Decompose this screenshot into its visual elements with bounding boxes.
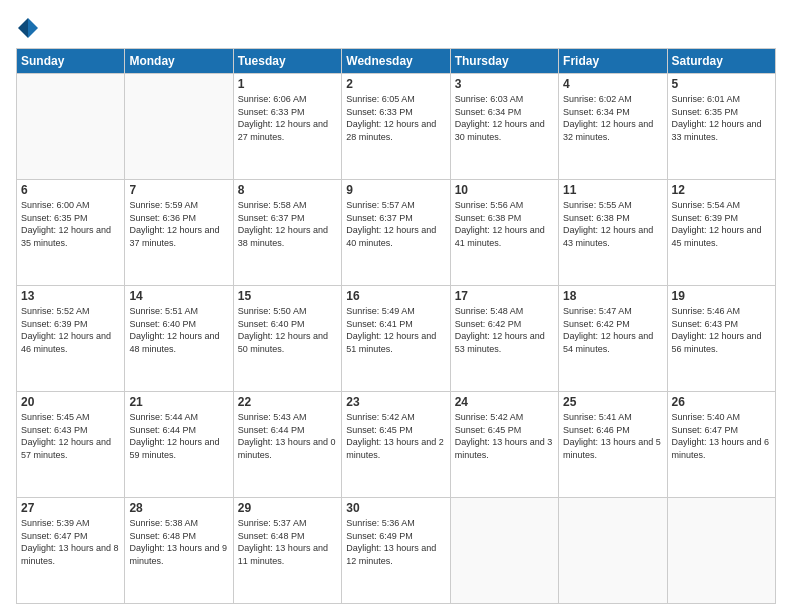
day-number: 25 bbox=[563, 395, 662, 409]
day-number: 16 bbox=[346, 289, 445, 303]
calendar-cell: 30Sunrise: 5:36 AMSunset: 6:49 PMDayligh… bbox=[342, 498, 450, 604]
day-number: 22 bbox=[238, 395, 337, 409]
day-info: Sunrise: 6:00 AMSunset: 6:35 PMDaylight:… bbox=[21, 199, 120, 249]
calendar-cell: 23Sunrise: 5:42 AMSunset: 6:45 PMDayligh… bbox=[342, 392, 450, 498]
weekday-header-saturday: Saturday bbox=[667, 49, 775, 74]
calendar-page: SundayMondayTuesdayWednesdayThursdayFrid… bbox=[0, 0, 792, 612]
day-info: Sunrise: 6:01 AMSunset: 6:35 PMDaylight:… bbox=[672, 93, 771, 143]
day-number: 10 bbox=[455, 183, 554, 197]
day-info: Sunrise: 5:48 AMSunset: 6:42 PMDaylight:… bbox=[455, 305, 554, 355]
calendar-cell: 19Sunrise: 5:46 AMSunset: 6:43 PMDayligh… bbox=[667, 286, 775, 392]
day-info: Sunrise: 5:50 AMSunset: 6:40 PMDaylight:… bbox=[238, 305, 337, 355]
day-number: 6 bbox=[21, 183, 120, 197]
calendar-cell: 18Sunrise: 5:47 AMSunset: 6:42 PMDayligh… bbox=[559, 286, 667, 392]
calendar-cell: 8Sunrise: 5:58 AMSunset: 6:37 PMDaylight… bbox=[233, 180, 341, 286]
calendar-cell: 24Sunrise: 5:42 AMSunset: 6:45 PMDayligh… bbox=[450, 392, 558, 498]
calendar-week-row: 1Sunrise: 6:06 AMSunset: 6:33 PMDaylight… bbox=[17, 74, 776, 180]
calendar-cell bbox=[450, 498, 558, 604]
svg-marker-0 bbox=[28, 18, 38, 38]
day-number: 12 bbox=[672, 183, 771, 197]
day-number: 18 bbox=[563, 289, 662, 303]
calendar-cell: 29Sunrise: 5:37 AMSunset: 6:48 PMDayligh… bbox=[233, 498, 341, 604]
day-info: Sunrise: 5:40 AMSunset: 6:47 PMDaylight:… bbox=[672, 411, 771, 461]
day-info: Sunrise: 5:38 AMSunset: 6:48 PMDaylight:… bbox=[129, 517, 228, 567]
weekday-header-sunday: Sunday bbox=[17, 49, 125, 74]
day-info: Sunrise: 6:02 AMSunset: 6:34 PMDaylight:… bbox=[563, 93, 662, 143]
calendar-cell: 15Sunrise: 5:50 AMSunset: 6:40 PMDayligh… bbox=[233, 286, 341, 392]
calendar-cell: 3Sunrise: 6:03 AMSunset: 6:34 PMDaylight… bbox=[450, 74, 558, 180]
day-number: 23 bbox=[346, 395, 445, 409]
calendar-cell: 2Sunrise: 6:05 AMSunset: 6:33 PMDaylight… bbox=[342, 74, 450, 180]
calendar-table: SundayMondayTuesdayWednesdayThursdayFrid… bbox=[16, 48, 776, 604]
weekday-header-friday: Friday bbox=[559, 49, 667, 74]
calendar-cell: 14Sunrise: 5:51 AMSunset: 6:40 PMDayligh… bbox=[125, 286, 233, 392]
calendar-cell: 1Sunrise: 6:06 AMSunset: 6:33 PMDaylight… bbox=[233, 74, 341, 180]
calendar-cell bbox=[667, 498, 775, 604]
day-number: 15 bbox=[238, 289, 337, 303]
day-info: Sunrise: 6:06 AMSunset: 6:33 PMDaylight:… bbox=[238, 93, 337, 143]
weekday-header-wednesday: Wednesday bbox=[342, 49, 450, 74]
day-number: 29 bbox=[238, 501, 337, 515]
day-info: Sunrise: 5:39 AMSunset: 6:47 PMDaylight:… bbox=[21, 517, 120, 567]
day-info: Sunrise: 5:36 AMSunset: 6:49 PMDaylight:… bbox=[346, 517, 445, 567]
day-number: 13 bbox=[21, 289, 120, 303]
day-info: Sunrise: 5:46 AMSunset: 6:43 PMDaylight:… bbox=[672, 305, 771, 355]
day-info: Sunrise: 5:49 AMSunset: 6:41 PMDaylight:… bbox=[346, 305, 445, 355]
day-info: Sunrise: 5:54 AMSunset: 6:39 PMDaylight:… bbox=[672, 199, 771, 249]
day-number: 27 bbox=[21, 501, 120, 515]
calendar-cell bbox=[559, 498, 667, 604]
weekday-header-thursday: Thursday bbox=[450, 49, 558, 74]
day-number: 9 bbox=[346, 183, 445, 197]
weekday-header-monday: Monday bbox=[125, 49, 233, 74]
logo-icon bbox=[16, 16, 40, 40]
day-number: 14 bbox=[129, 289, 228, 303]
calendar-cell: 28Sunrise: 5:38 AMSunset: 6:48 PMDayligh… bbox=[125, 498, 233, 604]
calendar-cell: 10Sunrise: 5:56 AMSunset: 6:38 PMDayligh… bbox=[450, 180, 558, 286]
day-info: Sunrise: 5:58 AMSunset: 6:37 PMDaylight:… bbox=[238, 199, 337, 249]
day-info: Sunrise: 5:42 AMSunset: 6:45 PMDaylight:… bbox=[455, 411, 554, 461]
calendar-cell: 7Sunrise: 5:59 AMSunset: 6:36 PMDaylight… bbox=[125, 180, 233, 286]
calendar-cell: 13Sunrise: 5:52 AMSunset: 6:39 PMDayligh… bbox=[17, 286, 125, 392]
day-info: Sunrise: 5:59 AMSunset: 6:36 PMDaylight:… bbox=[129, 199, 228, 249]
day-number: 3 bbox=[455, 77, 554, 91]
day-info: Sunrise: 5:41 AMSunset: 6:46 PMDaylight:… bbox=[563, 411, 662, 461]
day-number: 26 bbox=[672, 395, 771, 409]
calendar-cell: 27Sunrise: 5:39 AMSunset: 6:47 PMDayligh… bbox=[17, 498, 125, 604]
day-info: Sunrise: 5:42 AMSunset: 6:45 PMDaylight:… bbox=[346, 411, 445, 461]
day-number: 1 bbox=[238, 77, 337, 91]
day-info: Sunrise: 5:56 AMSunset: 6:38 PMDaylight:… bbox=[455, 199, 554, 249]
calendar-cell: 21Sunrise: 5:44 AMSunset: 6:44 PMDayligh… bbox=[125, 392, 233, 498]
calendar-cell: 4Sunrise: 6:02 AMSunset: 6:34 PMDaylight… bbox=[559, 74, 667, 180]
logo bbox=[16, 16, 42, 40]
calendar-cell: 20Sunrise: 5:45 AMSunset: 6:43 PMDayligh… bbox=[17, 392, 125, 498]
day-number: 7 bbox=[129, 183, 228, 197]
calendar-cell: 11Sunrise: 5:55 AMSunset: 6:38 PMDayligh… bbox=[559, 180, 667, 286]
day-number: 4 bbox=[563, 77, 662, 91]
calendar-cell: 5Sunrise: 6:01 AMSunset: 6:35 PMDaylight… bbox=[667, 74, 775, 180]
day-number: 2 bbox=[346, 77, 445, 91]
day-info: Sunrise: 5:45 AMSunset: 6:43 PMDaylight:… bbox=[21, 411, 120, 461]
day-info: Sunrise: 5:44 AMSunset: 6:44 PMDaylight:… bbox=[129, 411, 228, 461]
calendar-cell: 6Sunrise: 6:00 AMSunset: 6:35 PMDaylight… bbox=[17, 180, 125, 286]
calendar-cell: 26Sunrise: 5:40 AMSunset: 6:47 PMDayligh… bbox=[667, 392, 775, 498]
calendar-cell: 25Sunrise: 5:41 AMSunset: 6:46 PMDayligh… bbox=[559, 392, 667, 498]
day-info: Sunrise: 5:52 AMSunset: 6:39 PMDaylight:… bbox=[21, 305, 120, 355]
day-number: 19 bbox=[672, 289, 771, 303]
day-number: 11 bbox=[563, 183, 662, 197]
calendar-week-row: 27Sunrise: 5:39 AMSunset: 6:47 PMDayligh… bbox=[17, 498, 776, 604]
day-number: 24 bbox=[455, 395, 554, 409]
calendar-cell: 12Sunrise: 5:54 AMSunset: 6:39 PMDayligh… bbox=[667, 180, 775, 286]
calendar-cell: 17Sunrise: 5:48 AMSunset: 6:42 PMDayligh… bbox=[450, 286, 558, 392]
day-info: Sunrise: 5:57 AMSunset: 6:37 PMDaylight:… bbox=[346, 199, 445, 249]
calendar-cell: 16Sunrise: 5:49 AMSunset: 6:41 PMDayligh… bbox=[342, 286, 450, 392]
day-number: 17 bbox=[455, 289, 554, 303]
day-info: Sunrise: 5:43 AMSunset: 6:44 PMDaylight:… bbox=[238, 411, 337, 461]
calendar-cell: 9Sunrise: 5:57 AMSunset: 6:37 PMDaylight… bbox=[342, 180, 450, 286]
day-info: Sunrise: 5:51 AMSunset: 6:40 PMDaylight:… bbox=[129, 305, 228, 355]
day-number: 5 bbox=[672, 77, 771, 91]
weekday-header-row: SundayMondayTuesdayWednesdayThursdayFrid… bbox=[17, 49, 776, 74]
day-number: 20 bbox=[21, 395, 120, 409]
day-info: Sunrise: 5:55 AMSunset: 6:38 PMDaylight:… bbox=[563, 199, 662, 249]
svg-marker-1 bbox=[18, 18, 28, 38]
day-info: Sunrise: 5:37 AMSunset: 6:48 PMDaylight:… bbox=[238, 517, 337, 567]
